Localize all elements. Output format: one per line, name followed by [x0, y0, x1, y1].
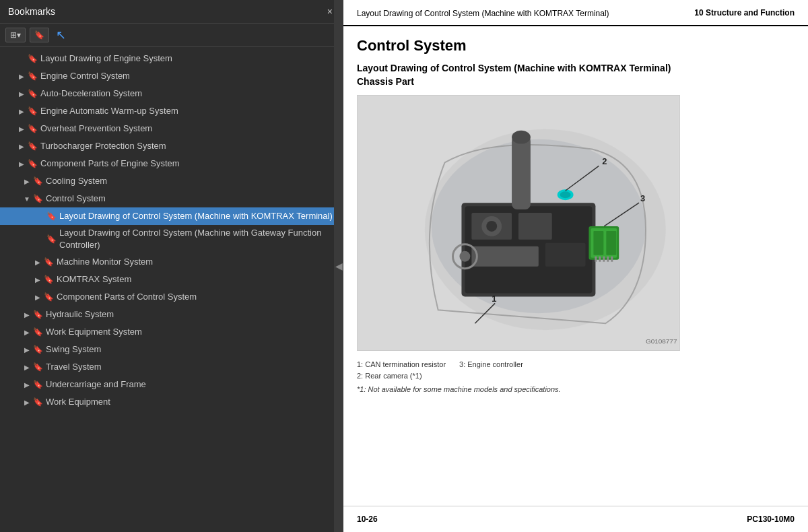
sidebar-item-component-engine[interactable]: ▶ 🔖 Component Parts of Engine System — [0, 155, 343, 172]
diagram-captions: 1: CAN termination resistor 3: Engine co… — [357, 359, 795, 383]
svg-rect-11 — [512, 135, 531, 209]
sidebar-item-hydraulic[interactable]: ▶ 🔖 Hydraulic System — [0, 306, 343, 323]
svg-text:3: 3 — [640, 193, 645, 203]
item-label: Layout Drawing of Engine System — [40, 53, 338, 65]
sidebar-item-control[interactable]: ▼ 🔖 Control System — [0, 190, 343, 207]
item-label: Cooling System — [46, 176, 338, 187]
list-icon: ⊞▾ — [10, 30, 21, 40]
bookmark-icon-overheat: 🔖 — [27, 124, 38, 133]
doc-header: Layout Drawing of Control System (Machin… — [343, 0, 808, 26]
item-label: Layout Drawing of Control System (Machin… — [59, 210, 338, 222]
sidebar-item-engine-control[interactable]: ▶ 🔖 Engine Control System — [0, 67, 343, 85]
sidebar-item-engine-warmup[interactable]: ▶ 🔖 Engine Automatic Warm-up System — [0, 102, 343, 120]
item-label: Component Parts of Control System — [57, 292, 338, 303]
sidebar-item-layout-komtrax[interactable]: 🔖 Layout Drawing of Control System (Mach… — [0, 207, 343, 225]
item-label: Work Equipment — [46, 397, 338, 408]
arrow-travel: ▶ — [22, 364, 32, 371]
engine-diagram-svg: 1 2 3 G0108777 — [358, 96, 679, 350]
sidebar-header: Bookmarks × — [0, 0, 343, 24]
list-view-button[interactable]: ⊞▾ — [5, 28, 26, 42]
svg-rect-7 — [471, 246, 538, 267]
arrow-component-engine: ▶ — [16, 160, 27, 168]
sidebar-item-travel[interactable]: ▶ 🔖 Travel System — [0, 358, 343, 376]
bookmark-icon: 🔖 — [34, 30, 44, 40]
sidebar-item-auto-decel[interactable]: ▶ 🔖 Auto-Deceleration System — [0, 85, 343, 102]
arrow-hydraulic: ▶ — [22, 311, 32, 319]
sidebar-item-swing[interactable]: ▶ 🔖 Swing System — [0, 341, 343, 358]
engine-diagram: 1 2 3 G0108777 — [357, 95, 680, 351]
sidebar-item-work-equip2[interactable]: ▶ 🔖 Work Equipment — [0, 393, 343, 411]
bookmark-icon-auto-decel: 🔖 — [27, 89, 38, 98]
bookmark-icon-layout-gateway: 🔖 — [46, 234, 57, 244]
item-label: Undercarriage and Frame — [46, 379, 338, 391]
bookmark-icon-component-engine: 🔖 — [27, 159, 38, 168]
arrow-work-equip2: ▶ — [22, 399, 32, 406]
sidebar-item-layout-gateway[interactable]: 🔖 Layout Drawing of Control System (Mach… — [0, 225, 343, 253]
image-number-text: G0108777 — [646, 337, 677, 345]
svg-rect-17 — [593, 231, 603, 255]
sidebar-item-component-control[interactable]: ▶ 🔖 Component Parts of Control System — [0, 288, 343, 306]
item-label: Layout Drawing of Control System (Machin… — [59, 227, 338, 251]
item-label: Machine Monitor System — [57, 257, 338, 268]
item-label: Auto-Deceleration System — [40, 88, 338, 100]
bookmark-tool-button[interactable]: 🔖 — [30, 28, 49, 42]
sidebar-item-work-equipment[interactable]: ▶ 🔖 Work Equipment System — [0, 323, 343, 341]
arrow-undercarriage: ▶ — [22, 381, 32, 389]
sidebar-item-layout-engine[interactable]: 🔖 Layout Drawing of Engine System — [0, 50, 343, 67]
arrow-auto-decel: ▶ — [16, 90, 27, 98]
sidebar-item-turbocharger[interactable]: ▶ 🔖 Turbocharger Protection System — [0, 137, 343, 155]
doc-header-left: Layout Drawing of Control System (Machin… — [357, 8, 609, 20]
bookmark-icon-component-control: 🔖 — [43, 292, 54, 302]
arrow-komtrax: ▶ — [32, 276, 43, 284]
svg-rect-6 — [518, 213, 552, 240]
arrow-engine-control: ▶ — [16, 73, 27, 80]
svg-rect-23 — [611, 257, 613, 262]
item-label: Overheat Prevention System — [40, 123, 338, 135]
arrow-work-equipment: ▶ — [22, 329, 32, 336]
caption-row-1: 1: CAN termination resistor 3: Engine co… — [357, 359, 795, 371]
bookmark-icon-swing: 🔖 — [32, 345, 43, 354]
item-label: KOMTRAX System — [57, 274, 338, 286]
doc-subtitle2: Chassis Part — [357, 76, 795, 87]
bookmark-icon-cooling: 🔖 — [32, 176, 43, 186]
svg-rect-19 — [595, 257, 597, 262]
doc-footer: 10-26 PC130-10M0 — [343, 506, 808, 532]
main-content: Layout Drawing of Control System (Machin… — [343, 0, 808, 532]
arrow-swing: ▶ — [22, 346, 32, 354]
bookmark-icon-engine-control: 🔖 — [27, 71, 38, 81]
item-label: Engine Control System — [40, 71, 338, 82]
arrow-turbocharger: ▶ — [16, 143, 27, 150]
cursor-indicator: ↖ — [56, 28, 66, 42]
sidebar-toolbar: ⊞▾ 🔖 ↖ — [0, 24, 343, 47]
item-label: Travel System — [46, 362, 338, 373]
sidebar-content[interactable]: 🔖 Layout Drawing of Engine System ▶ 🔖 En… — [0, 47, 343, 532]
caption-2: 2: Rear camera (*1) — [357, 370, 795, 383]
sidebar-item-komtrax[interactable]: ▶ 🔖 KOMTRAX System — [0, 271, 343, 288]
sidebar-title: Bookmarks — [8, 6, 55, 17]
sidebar-item-overheat[interactable]: ▶ 🔖 Overheat Prevention System — [0, 120, 343, 137]
doc-header-title: Layout Drawing of Control System (Machin… — [357, 9, 609, 18]
bookmark-icon-control: 🔖 — [32, 194, 43, 203]
sidebar-item-cooling[interactable]: ▶ 🔖 Cooling System — [0, 172, 343, 190]
sidebar: Bookmarks × ⊞▾ 🔖 ↖ 🔖 Layout Drawing of E… — [0, 0, 343, 532]
svg-point-10 — [486, 221, 497, 232]
svg-text:2: 2 — [602, 156, 607, 166]
doc-body: Control System Layout Drawing of Control… — [343, 26, 808, 404]
sidebar-item-machine-monitor[interactable]: ▶ 🔖 Machine Monitor System — [0, 253, 343, 271]
bookmark-icon-layout-komtrax: 🔖 — [46, 211, 57, 221]
sidebar-item-undercarriage[interactable]: ▶ 🔖 Undercarriage and Frame — [0, 376, 343, 393]
arrow-component-control: ▶ — [32, 294, 43, 301]
item-label: Engine Automatic Warm-up System — [40, 106, 338, 117]
doc-subtitle1: Layout Drawing of Control System (Machin… — [357, 63, 795, 73]
bookmark-icon-hydraulic: 🔖 — [32, 310, 43, 319]
item-label: Hydraulic System — [46, 309, 338, 321]
bookmark-icon-machine-monitor: 🔖 — [43, 257, 54, 267]
svg-rect-18 — [606, 231, 616, 255]
svg-point-12 — [512, 131, 531, 144]
diagram-note: *1: Not available for some machine model… — [357, 385, 795, 393]
collapse-arrow-icon: ◀ — [335, 261, 343, 271]
arrow-cooling: ▶ — [22, 178, 32, 185]
sidebar-collapse-handle[interactable]: ◀ — [334, 0, 343, 532]
svg-text:1: 1 — [492, 294, 496, 304]
item-label: Work Equipment System — [46, 327, 338, 338]
